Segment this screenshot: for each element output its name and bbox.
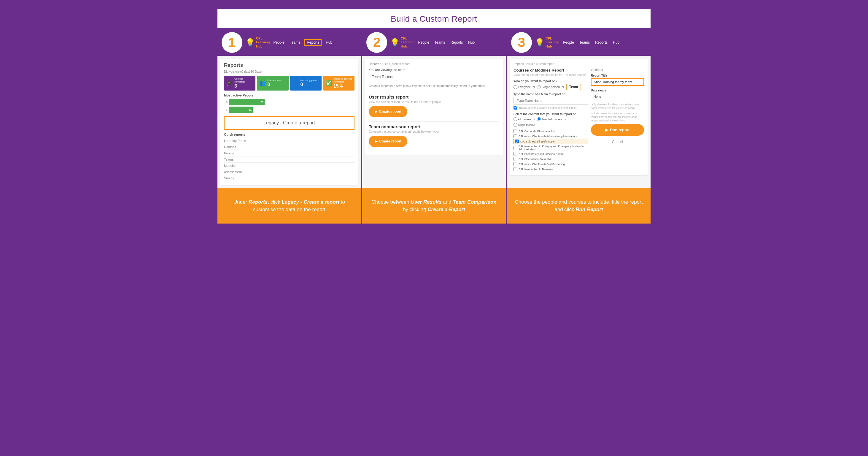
user-results-desc: View the course or module results for 1 … [369,101,499,104]
course-item-5[interactable]: CPL Food Safety and Infection Control [514,151,588,156]
breadcrumb-reports-3[interactable]: Reports [514,62,524,66]
team-comparison-section: Team comparison report Compare the cours… [369,124,499,147]
step-2-caption: Choose between User Results and Team Com… [362,188,506,224]
nav-reports-1[interactable]: Reports [304,39,321,46]
form-section-title: Courses or Modules Report [514,68,588,73]
nav-hub-3[interactable]: Hub [612,40,621,45]
step-2-nav: 💡 CPL Learning Hub People Teams Reports … [387,36,502,48]
optional-title: Optional [591,68,644,72]
logo-text-3: CPL Learning Hub [546,36,559,48]
quick-report-people[interactable]: People [224,150,354,156]
page-title: Build a Custom Report [217,9,651,28]
user-results-section: User results report View the course or m… [369,94,499,117]
radio-everyone[interactable]: Everyone [514,85,531,89]
step-3-caption: Choose the people and courses to include… [507,188,651,224]
play-icon-run: ▶ [605,127,608,132]
quick-reports-list: Learning Paths Courses People Teams Modu… [224,138,354,181]
course-item-8[interactable]: CPL Introduction to Dementia [514,167,588,172]
content-label: Select the content that you want to repo… [514,113,588,116]
logo-icon-2: 💡 [390,38,400,47]
nav-reports-3[interactable]: Reports [594,40,609,45]
include-sub-checkbox[interactable] [514,106,517,110]
nav-people-2[interactable]: People [417,40,430,45]
chart-val-2: 11 [249,108,252,111]
logged-value: 0 [301,82,317,87]
nav-people-1[interactable]: People [272,40,285,45]
include-sub-teams: Include all of the people in sub teams o… [514,106,588,110]
nav-reports-2[interactable]: Reports [449,40,464,45]
stat-people-created: 👥 People created 0 [257,76,288,90]
cancel-button[interactable]: Cancel [591,138,644,146]
course-item-2[interactable]: CPL Assist Clients with Administering Me… [514,134,588,139]
nav-teams-3[interactable]: Teams [578,40,591,45]
chart-row-1: 0 21 [224,99,354,105]
course-item-6[interactable]: CPL Elder Abuse Prevention [514,156,588,162]
step-3-left-col: Courses or Modules Report View the cours… [514,68,588,172]
quick-report-learning-paths[interactable]: Learning Paths [224,138,354,144]
stat-never-logged: 👤 Never logged in 0 [290,76,321,90]
course-list: CPL Corporate Office Induction CPL Assis… [514,129,588,172]
radio-selected-courses[interactable]: Selected courses [537,117,562,121]
team-highlight: Team [566,84,581,90]
people-icon: 👥 [259,80,266,86]
nav-people-3[interactable]: People [562,40,575,45]
quick-report-modules[interactable]: Modules [224,163,354,169]
quick-report-survey[interactable]: Survey [224,175,354,181]
user-results-title: User results report [369,94,499,99]
step-3-header: 3 💡 CPL Learning Hub People Teams Report… [507,28,651,56]
step-3-right-col: Optional Report Title Date range None La… [591,68,644,172]
report-title-label: Report Title [591,74,644,77]
step-3-nav: 💡 CPL Learning Hub People Teams Reports … [532,36,646,48]
assigned-value: 15% [334,83,352,89]
course-item-3[interactable]: CPL Safe Handling of People [514,139,588,144]
create-report-user-btn[interactable]: ▶ Create report [369,106,407,117]
most-active-label: Most active People [224,93,354,97]
step-3-panel: Reports / Build a custom report Courses … [510,59,648,175]
quick-report-teams[interactable]: Teams [224,156,354,163]
chart-label-1: 0 [224,101,227,104]
step-2-panel: Reports / Build a custom report You are … [365,59,503,155]
nav-hub-1[interactable]: Hub [324,40,334,45]
logo-text-2: CPL Learning Hub [401,36,414,48]
chart-label-2: 1 [224,108,227,111]
report-title-input[interactable] [591,78,644,86]
course-item-4[interactable]: CPL Introduction to Epilepsy and Emergen… [514,144,588,151]
step-2-content: Reports / Build a custom report You are … [362,56,506,188]
course-item-1[interactable]: CPL Corporate Office Induction [514,129,588,134]
quick-report-assessment[interactable]: Assessment [224,169,354,175]
radio-single-module[interactable]: Single module [514,123,535,127]
nav-teams-2[interactable]: Teams [433,40,446,45]
radio-single[interactable]: Single person [537,85,560,89]
legacy-create-button[interactable]: Legacy - Create a report [224,116,354,130]
did-you-know: Did you know? (last 30 Days) [224,70,354,73]
date-range-select[interactable]: None Last 7 days Last 30 days Last 90 da… [591,93,644,100]
stat-courses-completed: 🎓 Courses completed 3 [224,76,255,90]
main-container: Build a Custom Report 1 💡 CPL Learning H… [217,9,651,224]
step-3-form: Courses or Modules Report View the cours… [514,68,644,172]
team-name-input[interactable] [514,97,588,105]
nav-teams-1[interactable]: Teams [289,40,301,45]
step-1-panel: Reports Did you know? (last 30 Days) 🎓 C… [220,59,358,185]
play-icon-2: ▶ [375,139,377,143]
content-radio-row: All courses or Selected courses or Singl… [514,117,588,127]
run-report-button[interactable]: ▶ Run report [591,124,644,136]
logo-icon: 💡 [245,38,255,47]
step-1-nav: 💡 CPL Learning Hub People Teams Reports … [242,36,357,48]
quick-report-courses[interactable]: Courses [224,144,354,150]
team-select[interactable]: Team Testers [369,73,499,81]
nav-hub-2[interactable]: Hub [467,40,476,45]
logged-icon: 👤 [292,80,299,86]
team-comparison-desc: Compare the course completion results be… [369,130,499,133]
step-1-nav-links: People Teams Reports Hub [272,39,334,46]
people-label: People created [267,79,283,82]
create-report-team-btn[interactable]: ▶ Create report [369,136,407,147]
course-item-7[interactable]: CPL Assist Clients with Oral Suctioning [514,162,588,167]
step-2-nav-links: People Teams Reports Hub [417,40,476,45]
breadcrumb-reports[interactable]: Reports [369,62,379,66]
who-label: Who do you want to report on? [514,80,588,83]
step-2-header: 2 💡 CPL Learning Hub People Teams Report… [362,28,506,56]
radio-all-courses[interactable]: All courses [514,117,531,121]
step-2-number: 2 [366,32,387,53]
courses-value: 3 [235,83,253,89]
date-range-label: Date range [591,89,644,92]
